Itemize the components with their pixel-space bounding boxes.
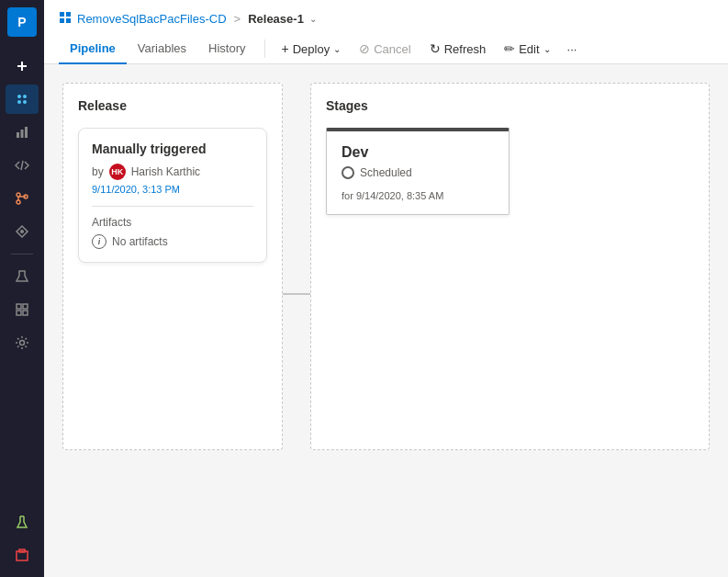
breadcrumb-release: Release-1 (248, 12, 304, 26)
stage-status: Scheduled (342, 166, 494, 179)
no-artifacts: i No artifacts (92, 234, 253, 249)
edit-button[interactable]: ✏ Edit ⌄ (495, 36, 559, 62)
release-card-date: 9/11/2020, 3:13 PM (92, 184, 253, 195)
tab-pipeline[interactable]: Pipeline (59, 34, 127, 64)
release-card-trigger: Manually triggered (92, 141, 253, 156)
app-logo[interactable]: P (7, 7, 37, 37)
svg-point-12 (20, 230, 24, 233)
stage-status-text: Scheduled (360, 166, 412, 179)
edit-icon: ✏ (504, 41, 515, 56)
svg-rect-15 (17, 311, 21, 315)
svg-rect-16 (23, 311, 28, 315)
breadcrumb-project[interactable]: RemoveSqlBacPacFiles-CD (77, 12, 227, 26)
deploy-button[interactable]: + Deploy ⌄ (273, 36, 351, 62)
artifacts-label: Artifacts (92, 216, 253, 229)
nav-icon-code[interactable] (6, 151, 39, 180)
refresh-icon: ↻ (430, 41, 441, 56)
toolbar: Pipeline Variables History + Deploy ⌄ ⊘ … (59, 34, 713, 63)
connector (283, 83, 310, 450)
svg-rect-1 (17, 65, 27, 67)
pipeline-container: Release Manually triggered by HK Harish … (62, 83, 710, 450)
breadcrumb-separator: > (234, 12, 241, 26)
more-icon: ··· (567, 42, 577, 56)
author-name: Harish Karthic (131, 165, 200, 178)
svg-point-17 (20, 341, 25, 345)
stages-section-title: Stages (326, 98, 694, 113)
svg-rect-14 (23, 304, 28, 309)
main-content: RemoveSqlBacPacFiles-CD > Release-1 ⌄ Pi… (44, 0, 728, 577)
tab-variables[interactable]: Variables (127, 34, 197, 64)
chevron-down-icon[interactable]: ⌄ (309, 14, 317, 24)
stages-section: Stages Dev Scheduled for 9/14/2020, 8:35… (310, 83, 710, 450)
pipeline-canvas: Release Manually triggered by HK Harish … (44, 64, 728, 577)
toolbar-separator (264, 40, 265, 58)
more-button[interactable]: ··· (560, 37, 585, 62)
breadcrumb: RemoveSqlBacPacFiles-CD > Release-1 ⌄ (59, 0, 713, 34)
tab-history[interactable]: History (197, 34, 256, 64)
edit-chevron-icon: ⌄ (543, 44, 551, 54)
svg-rect-8 (25, 127, 28, 138)
project-icon (59, 11, 72, 27)
svg-point-4 (17, 100, 21, 104)
plus-icon: + (282, 41, 289, 56)
card-divider (92, 206, 253, 207)
svg-point-2 (17, 95, 21, 98)
svg-rect-21 (66, 12, 71, 17)
nav-icon-beaker[interactable] (6, 262, 39, 291)
svg-rect-22 (60, 18, 64, 23)
svg-point-10 (17, 200, 20, 204)
avatar: HK (109, 164, 126, 180)
nav-icon-settings[interactable] (6, 328, 39, 357)
nav-icon-home[interactable] (6, 85, 39, 114)
nav-icon-package[interactable] (6, 540, 39, 570)
connector-line (283, 293, 310, 295)
svg-point-5 (23, 100, 27, 104)
release-card[interactable]: Manually triggered by HK Harish Karthic … (78, 128, 267, 263)
release-card-meta: by HK Harish Karthic (92, 164, 253, 180)
nav-icon-git[interactable] (6, 184, 39, 213)
info-icon: i (92, 234, 106, 249)
cancel-button[interactable]: ⊘ Cancel (350, 36, 420, 62)
nav-icon-grid2[interactable] (6, 295, 39, 324)
refresh-button[interactable]: ↻ Refresh (420, 36, 496, 62)
header: RemoveSqlBacPacFiles-CD > Release-1 ⌄ Pi… (44, 0, 728, 64)
sidebar-nav: P (0, 0, 44, 577)
deploy-chevron-icon: ⌄ (333, 44, 341, 54)
nav-icon-flask[interactable] (6, 507, 39, 537)
by-label: by (92, 165, 104, 178)
svg-rect-7 (21, 130, 24, 138)
cancel-icon: ⊘ (359, 41, 370, 56)
nav-icon-add[interactable] (6, 51, 39, 81)
release-section-title: Release (78, 98, 267, 113)
stage-card-dev[interactable]: Dev Scheduled for 9/14/2020, 8:35 AM (326, 128, 510, 215)
status-circle-icon (342, 166, 354, 179)
release-section: Release Manually triggered by HK Harish … (62, 83, 283, 450)
stage-scheduled-label: for 9/14/2020, 8:35 AM (342, 190, 494, 201)
svg-rect-6 (17, 132, 19, 138)
svg-rect-23 (66, 18, 71, 23)
svg-point-3 (23, 95, 27, 98)
svg-rect-20 (60, 12, 64, 17)
nav-icon-deploy[interactable] (6, 217, 39, 246)
svg-rect-13 (17, 304, 21, 309)
no-artifacts-text: No artifacts (112, 235, 168, 248)
stage-name: Dev (342, 144, 494, 161)
nav-icon-chart[interactable] (6, 118, 39, 147)
